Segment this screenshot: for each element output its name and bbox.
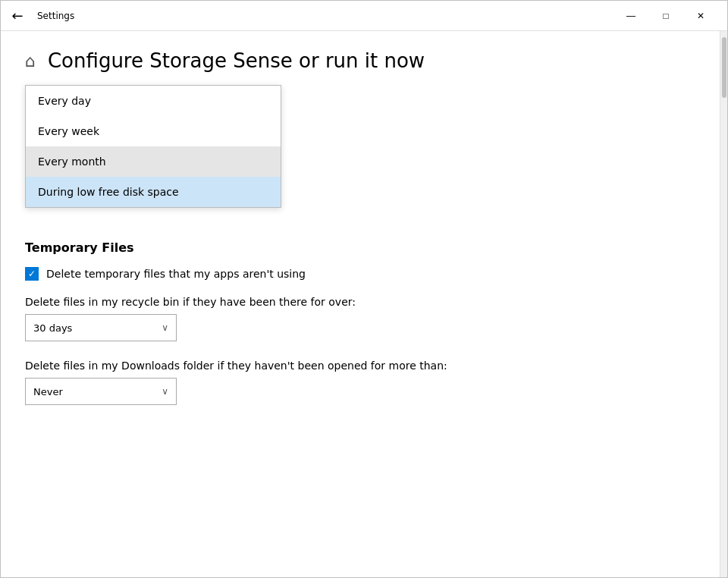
dropdown-item-every-day[interactable]: Every day — [26, 86, 281, 116]
run-frequency-dropdown-list[interactable]: Every day Every week Every month During … — [25, 85, 281, 208]
recycle-bin-value: 30 days — [33, 322, 72, 334]
delete-temp-checkbox[interactable]: ✓ — [25, 267, 39, 281]
home-icon: ⌂ — [25, 52, 36, 71]
recycle-bin-label: Delete files in my recycle bin if they h… — [25, 296, 695, 308]
close-button[interactable]: ✕ — [683, 4, 718, 28]
title-bar-left: ← Settings — [7, 5, 74, 27]
back-button[interactable]: ← — [7, 5, 28, 27]
delete-temp-files-row[interactable]: ✓ Delete temporary files that my apps ar… — [25, 267, 695, 281]
dropdown-item-every-week[interactable]: Every week — [26, 116, 281, 146]
checkbox-checkmark: ✓ — [28, 269, 36, 279]
title-bar-controls: — □ ✕ — [613, 4, 718, 28]
back-icon: ← — [11, 8, 23, 24]
delete-temp-label: Delete temporary files that my apps aren… — [46, 268, 306, 280]
minimize-button[interactable]: — — [613, 4, 648, 28]
temporary-files-section: Temporary Files ✓ Delete temporary files… — [25, 240, 695, 405]
downloads-dropdown[interactable]: Never ∨ — [25, 378, 177, 405]
title-bar: ← Settings — □ ✕ — [1, 1, 727, 31]
downloads-label: Delete files in my Downloads folder if t… — [25, 360, 695, 372]
content-area: ⌂ Configure Storage Sense or run it now … — [1, 31, 727, 577]
recycle-bin-dropdown[interactable]: 30 days ∨ — [25, 314, 177, 341]
scrollbar-thumb[interactable] — [722, 37, 726, 98]
page-title: Configure Storage Sense or run it now — [48, 49, 425, 72]
scrollbar[interactable] — [720, 31, 727, 577]
recycle-bin-chevron-icon: ∨ — [162, 322, 168, 333]
page-header: ⌂ Configure Storage Sense or run it now — [25, 49, 695, 72]
temporary-files-heading: Temporary Files — [25, 240, 695, 255]
main-content: ⌂ Configure Storage Sense or run it now … — [1, 31, 720, 577]
window-title: Settings — [37, 11, 74, 21]
storage-sense-section: Storage Sense On e clean up enough space… — [25, 93, 695, 172]
recycle-bin-group: Delete files in my recycle bin if they h… — [25, 296, 695, 341]
downloads-value: Never — [33, 386, 63, 397]
downloads-chevron-icon: ∨ — [162, 386, 168, 397]
downloads-group: Delete files in my Downloads folder if t… — [25, 360, 695, 405]
maximize-button[interactable]: □ — [648, 4, 683, 28]
dropdown-item-every-month[interactable]: Every month — [26, 146, 281, 177]
settings-window: ← Settings — □ ✕ ⌂ Configure Storage Sen… — [0, 0, 728, 578]
dropdown-item-low-disk-space[interactable]: During low free disk space — [26, 177, 281, 207]
